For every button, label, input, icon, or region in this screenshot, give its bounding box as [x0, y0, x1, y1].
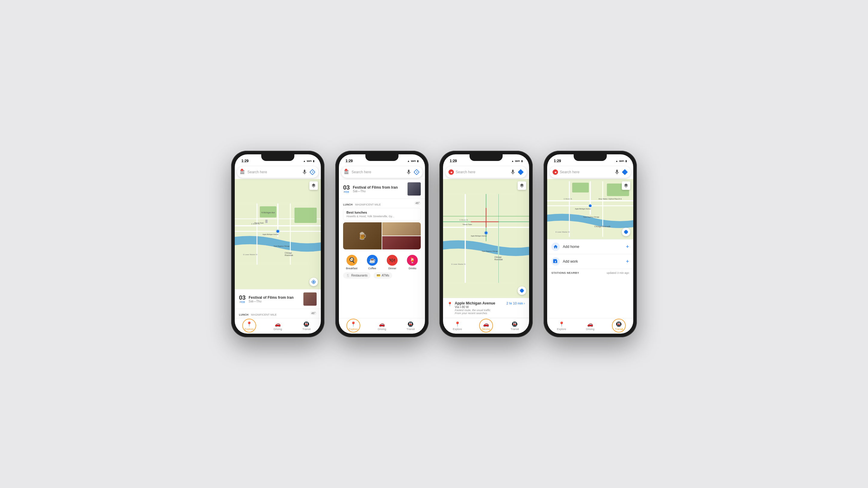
- add-work-item[interactable]: Add work +: [547, 254, 633, 269]
- wifi-icon-4: WiFi: [619, 160, 624, 162]
- driving-card-3[interactable]: 📍 Apple Michigan Avenue 2 hr 10 min › Vi…: [443, 298, 529, 318]
- svg-text:Divvy Station: Cityfront Plaza: Divvy Station: Cityfront Plaza Dr &: [599, 198, 622, 200]
- cat-label-coffee: Coffee: [368, 267, 376, 270]
- event-info-2: Festival of Films from Iran Sat—Thu: [353, 185, 404, 193]
- cat-label-dinner: Dinner: [388, 267, 396, 270]
- explore-label-4: Explore: [557, 328, 566, 331]
- lunch-section-2: LUNCH MAGNIFICENT MILE 45°: [339, 199, 425, 208]
- svg-point-17: [276, 230, 279, 233]
- svg-rect-8: [294, 207, 317, 223]
- location-button-3[interactable]: [518, 286, 526, 295]
- explore-icon-1: 📍: [246, 321, 252, 327]
- directions-icon-3[interactable]: [518, 169, 524, 175]
- layer-button-1[interactable]: [309, 182, 318, 190]
- notification-dot-1: 1: [241, 169, 243, 171]
- menu-icon-2[interactable]: 1: [344, 169, 350, 175]
- lunch-card-2[interactable]: Best lunches Howells & Hood, Yolk Street…: [343, 208, 421, 221]
- driving-icon-3: 🚗: [483, 321, 489, 327]
- tab-driving-3[interactable]: 🚗 Driving: [472, 318, 500, 334]
- atm-icon: 💳: [376, 274, 380, 277]
- location-button-1[interactable]: [309, 278, 318, 286]
- tab-driving-1[interactable]: 🚗 Driving: [264, 318, 292, 334]
- mic-icon-3[interactable]: [510, 169, 516, 175]
- back-button-3[interactable]: ◀: [448, 169, 454, 175]
- battery-icon-3: ▮: [521, 160, 523, 162]
- wifi-icon-3: WiFi: [515, 160, 520, 162]
- tab-explore-2[interactable]: 📍 Explore: [339, 318, 368, 334]
- directions-icon-2[interactable]: [413, 169, 420, 175]
- directions-icon-4[interactable]: [622, 169, 628, 175]
- cat-dinner[interactable]: 🍽 Dinner: [387, 255, 398, 270]
- layer-button-3[interactable]: [518, 182, 526, 190]
- bottom-panel-1: 03 FEB Festival of Films from Iran Sat—T…: [235, 289, 321, 318]
- add-home-plus[interactable]: +: [626, 244, 629, 250]
- mic-icon-1[interactable]: [302, 169, 308, 175]
- status-bar-3: 1:29 ▲ WiFi ▮: [443, 154, 529, 165]
- cat-breakfast[interactable]: 🍳 Breakfast: [346, 255, 357, 270]
- search-placeholder-2[interactable]: Search here: [351, 170, 404, 174]
- back-button-4[interactable]: ◀: [553, 169, 558, 175]
- transit-icon-2: 🚇: [407, 321, 413, 327]
- directions-icon-1[interactable]: [309, 169, 315, 175]
- menu-icon-1[interactable]: 1: [240, 169, 246, 175]
- tab-explore-4[interactable]: 📍 Explore: [547, 318, 576, 334]
- layer-button-4[interactable]: [622, 182, 630, 190]
- photo-bottom-2: [382, 236, 421, 250]
- svg-text:E Lower Wacker Dr: E Lower Wacker Dr: [556, 231, 570, 233]
- photo-left-2: 🍺: [343, 222, 382, 250]
- nav-tabs-2: 📍 Explore 🚗 Driving 🚇 Transit: [339, 318, 425, 334]
- signal-icon-2: ▲: [407, 160, 410, 162]
- bottom-panel-3: 📍 Apple Michigan Avenue 2 hr 10 min › Vi…: [443, 298, 529, 318]
- driving-label-2: Driving: [378, 328, 386, 331]
- search-placeholder-1[interactable]: Search here: [247, 170, 300, 174]
- tab-transit-2[interactable]: 🚇 Transit: [396, 318, 425, 334]
- event-thumb-1: [303, 292, 317, 306]
- map-area-3: E Illinois St Chicago Riverwalk E Lower …: [443, 179, 529, 298]
- quick-link-restaurants[interactable]: 🍴 Restaurants: [343, 272, 371, 279]
- search-bar-2[interactable]: 1 Search here: [341, 166, 423, 178]
- add-home-item[interactable]: Add home +: [547, 239, 633, 254]
- explore-icon-2: 📍: [350, 321, 356, 327]
- event-date-1: 03 FEB: [239, 295, 246, 303]
- mic-icon-2[interactable]: [406, 169, 412, 175]
- cat-label-breakfast: Breakfast: [346, 267, 357, 270]
- quick-link-atms[interactable]: 💳 ATMs: [373, 272, 392, 279]
- svg-text:E Illinois St: E Illinois St: [460, 219, 468, 221]
- time-4: 1:29: [554, 159, 561, 163]
- search-placeholder-4[interactable]: Search here: [560, 170, 612, 174]
- tab-transit-4[interactable]: 🚇 Transit: [604, 318, 633, 334]
- svg-text:Apple Michigan Avenue: Apple Michigan Avenue: [262, 233, 278, 235]
- status-icons-4: ▲ WiFi ▮: [616, 160, 627, 162]
- svg-text:Hyatt Regency Chicago: Hyatt Regency Chicago: [274, 245, 289, 247]
- search-placeholder-3[interactable]: Search here: [456, 170, 508, 174]
- tab-explore-1[interactable]: 📍 Explore: [235, 318, 264, 334]
- svg-text:Chicago Riverwalk: Chicago Riverwalk: [594, 225, 611, 228]
- signal-icon-4: ▲: [616, 160, 618, 162]
- explore-label-2: Explore: [348, 328, 358, 331]
- tab-driving-4[interactable]: 🚗 Driving: [576, 318, 604, 334]
- add-work-plus[interactable]: +: [626, 258, 629, 265]
- search-bar-1[interactable]: 1 Search here: [237, 166, 318, 178]
- cat-coffee[interactable]: ☕ Coffee: [367, 255, 378, 270]
- svg-text:Chicago: Chicago: [495, 256, 502, 258]
- svg-rect-14: [265, 220, 267, 223]
- svg-text:Apple Michigan Avenue: Apple Michigan Avenue: [471, 235, 487, 237]
- restaurant-label: Restaurants: [351, 274, 368, 277]
- tab-driving-2[interactable]: 🚗 Driving: [368, 318, 396, 334]
- nav-tabs-1: 📍 Explore 🚗 Driving 🚇 Transit: [235, 318, 321, 334]
- event-date-2: 03 FEB: [343, 185, 350, 193]
- wifi-icon: WiFi: [307, 160, 312, 162]
- svg-text:Riverwalk: Riverwalk: [285, 254, 293, 256]
- tab-transit-3[interactable]: 🚇 Transit: [500, 318, 529, 334]
- search-bar-3[interactable]: ◀ Search here: [445, 166, 527, 178]
- cat-drinks[interactable]: 🍹 Drinks: [407, 255, 418, 270]
- location-button-4[interactable]: [622, 228, 630, 236]
- svg-text:E Lower Wacker Dr: E Lower Wacker Dr: [452, 263, 466, 265]
- mic-icon-4[interactable]: [614, 169, 620, 175]
- search-bar-4[interactable]: ◀ Search here: [550, 166, 631, 178]
- map-area-1: N Michigan Ave E Illinois St Chicago Riv…: [235, 179, 321, 289]
- tab-transit-1[interactable]: 🚇 Transit: [292, 318, 321, 334]
- tab-explore-3[interactable]: 📍 Explore: [443, 318, 472, 334]
- nav-tabs-4: 📍 Explore 🚗 Driving 🚇 Transit: [547, 318, 633, 334]
- event-card-2: 03 FEB Festival of Films from Iran Sat—T…: [339, 179, 425, 199]
